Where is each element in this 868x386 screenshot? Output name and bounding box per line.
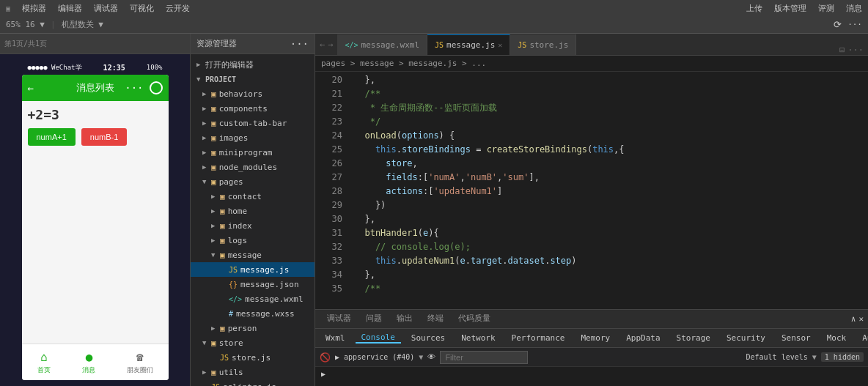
subtab-memory[interactable]: Memory [575,333,616,343]
tree-recent[interactable]: ▶ 打开的编辑器 [191,57,315,72]
devtab-quality[interactable]: 代码质量 [451,310,498,329]
filter-expand-icon[interactable]: ▶ [335,353,339,361]
tree-message-folder[interactable]: ▼ ▣ message [191,248,315,262]
tree-contact[interactable]: ▶ ▣ contact [191,189,315,204]
tab-message-wxml[interactable]: </> message.wxml [337,34,427,55]
nav-item-home[interactable]: ⌂ 首页 [37,349,51,375]
tree-miniprogram[interactable]: ▶ ▣ miniprogram [191,145,315,160]
tree-logs[interactable]: ▶ ▣ logs [191,233,315,248]
subtab-appdata[interactable]: AppData [620,333,666,343]
contacts-icon: ☎ [133,349,147,364]
tree-behaviors[interactable]: ▶ ▣ behaviors [191,86,315,101]
tree-home[interactable]: ▶ ▣ home [191,204,315,218]
tree-message-js[interactable]: ▶ JS message.js [191,262,315,277]
tree-index[interactable]: ▶ ▣ index [191,218,315,233]
subtab-network[interactable]: Network [455,333,501,343]
btn-numa[interactable]: numA+1 [28,128,76,146]
tree-message-json[interactable]: ▶ {} message.json [191,277,315,292]
menu-editor[interactable]: 编辑器 [58,3,82,14]
code-area[interactable]: }, /** * 生命周期函数--监听页面加载 */ onLoad(option… [348,72,868,309]
tab-nav-back[interactable]: ← [320,40,325,50]
subtab-mock[interactable]: Mock [821,333,853,343]
js-file-icon: JS [211,383,220,387]
arrow-icon: ▶ [196,61,205,68]
menu-cloud[interactable]: 云开发 [166,3,190,14]
nav-item-message-label: 消息 [82,365,95,375]
editor-split-icon[interactable]: ⊟ [839,45,845,55]
tree-utils[interactable]: ▶ ▣ utils [191,365,315,379]
eye-icon[interactable]: 👁 [427,352,435,362]
menu-upload[interactable]: 上传 [746,3,762,14]
nav-item-contacts-label: 朋友圈们 [127,365,153,375]
tree-eslintrc[interactable]: ▶ JS eslintrc.js [191,379,315,386]
tab-close-btn[interactable]: ✕ [498,41,502,49]
devtab-debugger[interactable]: 调试器 [320,310,358,329]
context-arrow[interactable]: ▼ [419,353,423,361]
subtab-audits[interactable]: Audits [856,333,868,343]
tree-node-modules[interactable]: ▶ ▣ node_modules [191,160,315,174]
nav-item-contacts[interactable]: ☎ 朋友圈们 [127,349,153,375]
menu-debugger[interactable]: 调试器 [94,3,118,14]
devtab-issues[interactable]: 问题 [358,310,389,329]
subtab-storage[interactable]: Storage [671,333,716,343]
console-expand-arrow[interactable]: ▶ [321,370,326,378]
nav-item-message[interactable]: ● 消息 [81,349,96,375]
nav-item-home-label: 首页 [37,365,51,375]
subtab-sources[interactable]: Sources [405,333,451,343]
tree-pages[interactable]: ▼ ▣ pages [191,174,315,189]
tree-components[interactable]: ▶ ▣ components [191,101,315,116]
menu-visual[interactable]: 可视化 [130,3,154,14]
explorer-title: 资源管理器 [196,38,237,49]
device-select[interactable]: 机型数关 ▼ [62,19,103,30]
tree-message-wxss[interactable]: ▶ # message.wxss [191,306,315,321]
context-label: appservice (#40) [344,353,414,361]
subtab-security[interactable]: Security [721,333,771,343]
menu-simulator[interactable]: 模拟器 [22,3,46,14]
tree-custom-tab-bar[interactable]: ▶ ▣ custom-tab-bar [191,116,315,130]
subtab-sensor[interactable]: Sensor [776,333,817,343]
zoom-level[interactable]: 65% 16 ▼ [6,20,45,29]
tree-store-folder[interactable]: ▼ ▣ store [191,335,315,350]
tab-nav-forward[interactable]: → [328,40,333,50]
recent-label: 打开的编辑器 [205,59,254,70]
clear-console-icon[interactable]: 🚫 [320,352,331,363]
folder-icon-open: ▣ [211,338,216,348]
explorer-more-icon[interactable]: ··· [290,38,309,50]
devtools-close-icon[interactable]: ✕ [858,314,864,324]
tab-message-js[interactable]: JS message.js ✕ [427,34,510,55]
nav-icon-dots[interactable]: ··· [125,82,143,94]
subtab-wxml[interactable]: Wxml [320,333,351,343]
tree-store-js[interactable]: ▶ JS store.js [191,350,315,365]
tab-store-js[interactable]: JS store.js [510,34,576,55]
breadcrumb-text: pages > message > message.js > ... [321,59,486,68]
more-icon[interactable]: ··· [847,20,862,29]
subtab-performance[interactable]: Performance [506,333,571,343]
devtab-output[interactable]: 输出 [389,310,420,329]
project-label: PROJECT [205,75,236,83]
editor-content[interactable]: 20 21 22 23 24 25 26 27 28 29 30 31 32 3… [315,72,868,309]
nav-icon-circle[interactable] [150,81,163,94]
console-content[interactable]: ▶ [315,367,868,386]
console-filter-input[interactable] [440,351,528,364]
tree-images[interactable]: ▶ ▣ images [191,130,315,145]
menu-version[interactable]: 版本管理 [774,3,806,14]
phone-battery: 100% [147,64,163,71]
menu-evaluate[interactable]: 评测 [818,3,834,14]
editor-more-icon[interactable]: ··· [847,45,864,55]
console-toolbar: 🚫 ▶ appservice (#40) ▼ 👁 Default levels … [315,348,868,367]
devtab-terminal[interactable]: 终端 [420,310,451,329]
subtab-console[interactable]: Console [356,333,401,344]
explorer-header: 资源管理器 ··· [191,34,315,54]
devtools-collapse-icon[interactable]: ∧ [851,314,856,324]
tree-message-wxml[interactable]: ▶ </> message.wxml [191,292,315,306]
tree-project[interactable]: ▼ PROJECT [191,72,315,86]
nav-back-icon[interactable]: ← [28,82,34,94]
devtools-header-right: ∧ ✕ [851,314,864,324]
tree-person[interactable]: ▶ ▣ person [191,321,315,335]
filter-label: Default levels [746,353,808,361]
refresh-icon[interactable]: ⟳ [834,19,842,30]
message-icon: ● [81,349,96,364]
level-arrow[interactable]: ▼ [812,353,817,361]
btn-numb[interactable]: numB-1 [81,128,128,146]
menu-message[interactable]: 消息 [846,3,862,14]
